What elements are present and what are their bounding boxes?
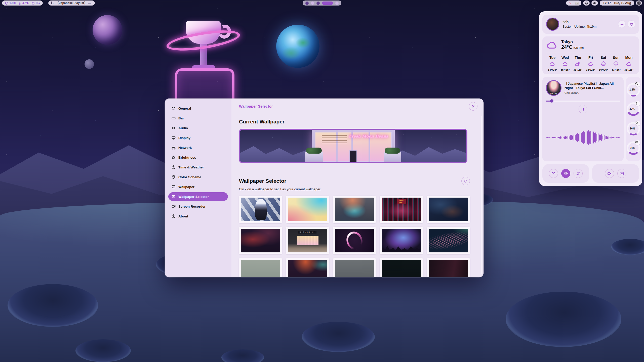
audio-visualizer bbox=[546, 117, 620, 158]
info-icon bbox=[172, 214, 176, 218]
media-pill-label: 【Japanese Playlist】 J... bbox=[56, 1, 92, 5]
wallpaper-thumbnail-red-forest-figure[interactable] bbox=[239, 227, 282, 254]
volume-button[interactable] bbox=[591, 1, 598, 6]
scrollbar[interactable] bbox=[481, 116, 482, 274]
user-card: seb System Uptime: 4h19m bbox=[542, 15, 639, 34]
cloud-icon bbox=[626, 61, 632, 66]
media-progress-slider[interactable] bbox=[546, 99, 620, 102]
cpu-gauge: 1.8% bbox=[626, 82, 641, 98]
settings-window: General Bar Audio Display Network Bright… bbox=[165, 99, 484, 277]
wallpaper-thumbnail-gray-minimal[interactable] bbox=[333, 258, 376, 277]
workspace-dot[interactable] bbox=[311, 2, 314, 5]
cloud-icon bbox=[562, 61, 568, 66]
system-gauges: 1.8% 47°C 16% 24% bbox=[626, 77, 641, 161]
page-title: Wallpaper Selector bbox=[239, 103, 476, 108]
wallpaper-thumbnail-purple-ring[interactable] bbox=[333, 227, 376, 254]
cloud-icon bbox=[546, 41, 558, 49]
balanced-profile-button[interactable] bbox=[561, 169, 570, 178]
refresh-button[interactable] bbox=[461, 177, 470, 185]
pause-icon bbox=[582, 108, 583, 111]
sidebar-item-display[interactable]: Display bbox=[168, 133, 228, 142]
video-camera-icon bbox=[172, 204, 176, 208]
wallpaper-grid: Game Over ローファイコーヒー bbox=[239, 196, 470, 277]
workspace-dot[interactable] bbox=[316, 2, 320, 5]
settings-main-panel: Wallpaper Selector ✕ Current Wallpaper F… bbox=[231, 99, 484, 277]
current-wallpaper-preview[interactable]: Fresh Moon Beans bbox=[239, 129, 467, 163]
notifications-button[interactable] bbox=[583, 1, 590, 6]
system-stats-pill[interactable]: 1.8% 47°C 8G bbox=[2, 1, 43, 6]
media-progress-thumb[interactable] bbox=[550, 99, 553, 103]
bar-icon bbox=[172, 116, 176, 120]
sidebar-item-screen-recorder[interactable]: Screen Recorder bbox=[168, 202, 228, 211]
disk-icon bbox=[635, 141, 638, 144]
refresh-icon bbox=[464, 179, 468, 183]
tray-app-icon[interactable] bbox=[569, 1, 572, 5]
wallpaper-thumbnail-dark-forest[interactable] bbox=[427, 196, 470, 223]
wallpaper-thumbnail-teal-blur[interactable] bbox=[333, 196, 376, 223]
gauge-icon bbox=[635, 82, 638, 85]
wallpaper-thumbnail-dark-maroon[interactable] bbox=[427, 258, 470, 277]
weather-forecast: Tue 33°/24° Wed 35°/25° Thu 33°/26° Fri … bbox=[546, 56, 635, 71]
avatar bbox=[546, 18, 559, 31]
album-art: TOKYO L bbox=[546, 80, 561, 96]
sidebar-item-network[interactable]: Network bbox=[168, 143, 228, 152]
wallpaper-thumbnail-neon-arcade[interactable]: Game Over bbox=[380, 196, 423, 223]
sidebar-item-audio[interactable]: Audio bbox=[168, 124, 228, 132]
temperature-stat: 47°C bbox=[18, 1, 29, 5]
media-pill[interactable]: 【Japanese Playlist】 J... bbox=[48, 1, 95, 6]
wallpaper-selector-heading: Wallpaper Selector bbox=[239, 178, 286, 184]
weather-city: Tokyo bbox=[561, 40, 584, 44]
header-divider bbox=[239, 112, 476, 112]
power-button[interactable] bbox=[628, 20, 635, 28]
sidebar-item-brightness[interactable]: Brightness bbox=[168, 153, 228, 162]
forecast-day: Thu 33°/26° bbox=[572, 56, 584, 71]
power-saver-profile-button[interactable] bbox=[574, 169, 583, 178]
tray-image-icon[interactable] bbox=[575, 2, 579, 5]
gallery-icon bbox=[172, 195, 176, 199]
play-pause-button[interactable] bbox=[579, 105, 587, 113]
sidebar-item-wallpaper-selector[interactable]: Wallpaper Selector bbox=[168, 192, 228, 201]
performance-profile-button[interactable] bbox=[549, 169, 558, 178]
workspace-dot[interactable] bbox=[305, 2, 309, 5]
earth-planet bbox=[276, 25, 319, 68]
speaker-icon bbox=[172, 126, 176, 130]
clock[interactable]: 17:17 - Tue, 19 Aug bbox=[600, 1, 634, 6]
wallpaper-thumbnail-wireframe-wave[interactable] bbox=[427, 227, 470, 254]
forecast-day: Fri 35°/26° bbox=[585, 56, 597, 71]
image-icon bbox=[172, 185, 176, 189]
weather-card: Tokyo 24°C(GMT+9) Tue 33°/24° Wed 35°/25… bbox=[542, 36, 639, 74]
sidebar-item-wallpaper[interactable]: Wallpaper bbox=[168, 183, 228, 191]
sidebar-item-about[interactable]: About bbox=[168, 212, 228, 220]
app-launcher-button[interactable] bbox=[636, 1, 642, 6]
leaf-icon bbox=[576, 171, 580, 175]
weather-timezone: (GMT+9) bbox=[574, 47, 584, 49]
pause-icon bbox=[51, 1, 54, 5]
close-button[interactable]: ✕ bbox=[469, 102, 477, 111]
workspace-dot[interactable] bbox=[335, 2, 339, 5]
power-icon bbox=[630, 22, 633, 26]
apps-grid-icon bbox=[637, 1, 641, 5]
wallpaper-thumbnail-nebula-forest[interactable] bbox=[380, 227, 423, 254]
wallpaper-thumbnail-dark-teal[interactable] bbox=[380, 258, 423, 277]
screen-record-button[interactable] bbox=[605, 169, 614, 178]
wallpaper-shortcut-button[interactable] bbox=[617, 169, 626, 178]
user-name: seb bbox=[562, 20, 596, 24]
wallpaper-thumbnail-autumn-trees[interactable] bbox=[286, 258, 329, 277]
workspace-dot[interactable] bbox=[322, 2, 333, 5]
chip-icon bbox=[31, 2, 35, 5]
video-camera-icon bbox=[607, 171, 612, 176]
wallpaper-thumbnail-pastel-gradient[interactable] bbox=[286, 196, 329, 223]
settings-sidebar: General Bar Audio Display Network Bright… bbox=[165, 99, 231, 277]
wallpaper-thumbnail-lofi-coffee-shop[interactable]: ローファイコーヒー bbox=[286, 227, 329, 254]
gear-icon bbox=[620, 22, 624, 26]
sidebar-item-color-scheme[interactable]: Color Scheme bbox=[168, 173, 228, 181]
forecast-day: Sat 36°/26° bbox=[597, 56, 610, 71]
wallpaper-thumbnail-green-field[interactable] bbox=[239, 258, 282, 277]
wallpaper-thumbnail-anime-crosswalk[interactable] bbox=[239, 196, 282, 223]
settings-button[interactable] bbox=[618, 20, 626, 28]
sidebar-item-bar[interactable]: Bar bbox=[168, 114, 228, 122]
sidebar-item-general[interactable]: General bbox=[168, 104, 228, 113]
brightness-icon bbox=[172, 155, 176, 159]
sidebar-item-time-weather[interactable]: Time & Weather bbox=[168, 163, 228, 171]
chip-icon bbox=[635, 121, 638, 124]
